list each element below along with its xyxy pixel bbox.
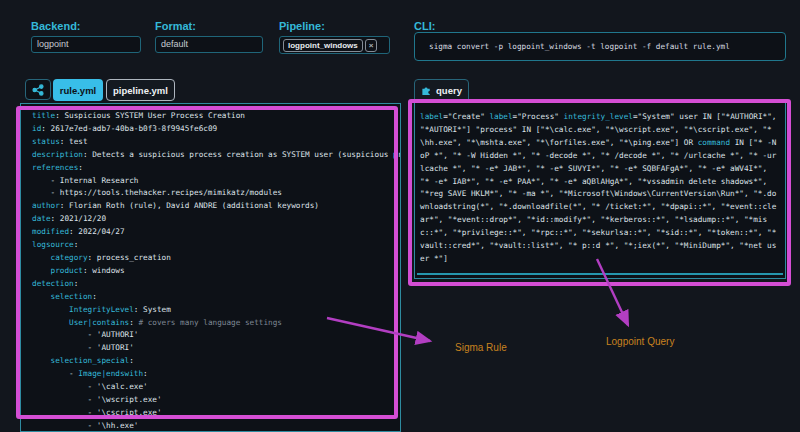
code-line: - '\calc.exe' [32,381,400,394]
pipeline-tag: logpoint_windows [283,39,363,52]
query-scrollbar[interactable] [417,273,783,275]
code-line: - Internal Research [32,175,400,188]
share-icon [32,84,44,96]
code-line: id: 2617e7ed-adb7-40ba-b0f3-8f9945fe6c09 [32,123,400,136]
tab-pipeline-yml-label: pipeline.yml [113,85,168,96]
code-line: - '\cscript.exe' [32,407,400,420]
code-line: references: [32,162,400,175]
sigma-rule-label: Sigma Rule [455,342,507,353]
code-line: - '\wscript.exe' [32,394,400,407]
code-line: - 'AUTORI' [32,342,400,355]
code-line: detection: [32,278,400,291]
share-button[interactable] [25,79,51,100]
tab-rule-yml[interactable]: rule.yml [53,79,103,101]
pipeline-tag-remove-button[interactable]: × [365,39,378,52]
query-output[interactable]: label="Create" label="Process" integrity… [414,102,786,279]
tab-query-label: query [436,85,462,96]
code-line: category: process_creation [32,252,400,265]
code-line: IntegrityLevel: System [32,304,400,317]
code-line: date: 2021/12/20 [32,213,400,226]
code-line: title: Suspicious SYSTEM User Process Cr… [32,110,400,123]
tab-pipeline-yml[interactable]: pipeline.yml [106,79,175,101]
code-line: author: Florian Roth (rule), David ANDRE… [32,200,400,213]
logpoint-query-label: Logpoint Query [606,336,674,347]
code-line: - https://tools.thehacker.recipes/mimika… [32,187,400,200]
tab-query[interactable]: query [414,79,469,101]
pipeline-input[interactable]: logpoint_windows × [279,36,390,54]
code-line: selection: [32,291,400,304]
code-line: modified: 2022/04/27 [32,226,400,239]
cli-input[interactable]: sigma convert -p logpoint_windows -t log… [414,32,786,61]
code-line: selection_special: [32,355,400,368]
rule-editor[interactable]: title: Suspicious SYSTEM User Process Cr… [20,103,401,432]
code-line: status: test [32,136,400,149]
pipeline-label: Pipeline: [279,20,325,32]
code-line: User|contains: # covers many language se… [32,317,400,330]
format-label: Format: [155,20,196,32]
cli-label: CLI: [414,20,435,32]
query-code: label="Create" label="Process" integrity… [420,111,779,266]
code-line: - 'AUTHORI' [32,329,400,342]
code-line: product: windows [32,265,400,278]
code-line: description: Detects a suspicious proces… [32,149,400,162]
code-line: logsource: [32,239,400,252]
rule-code: title: Suspicious SYSTEM User Process Cr… [32,110,400,432]
puzzle-icon [421,85,432,96]
backend-input[interactable]: logpoint [31,36,141,53]
code-line: - Image|endswith: [32,368,400,381]
tab-rule-yml-label: rule.yml [60,85,96,96]
code-line: - '\hh.exe' [32,420,400,432]
backend-label: Backend: [31,20,81,32]
format-input[interactable]: default [155,36,263,53]
